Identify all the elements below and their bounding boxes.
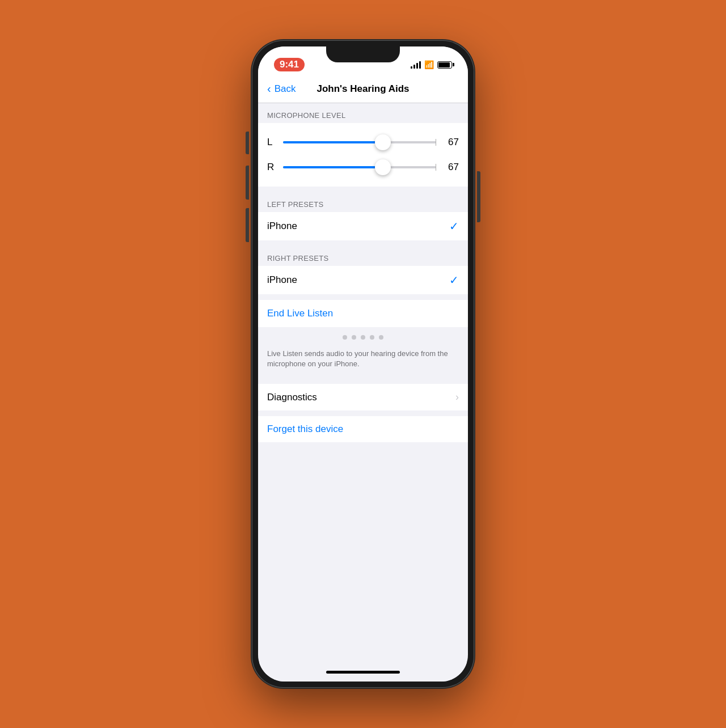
- diagnostics-label: Diagnostics: [267, 392, 317, 403]
- page-dots: [258, 327, 468, 348]
- right-slider-label: R: [267, 162, 276, 173]
- gap-5: [258, 410, 468, 416]
- right-preset-checkmark-icon: ✓: [449, 273, 459, 287]
- power-button[interactable]: [477, 171, 480, 222]
- left-slider-label: L: [267, 137, 276, 148]
- right-slider-container[interactable]: [283, 159, 436, 175]
- phone-frame: 9:41 📶 ‹ Back John's Hearin: [252, 41, 474, 687]
- gap-3: [258, 294, 468, 300]
- extra-bottom-padding: [258, 459, 468, 471]
- left-preset-iphone-row[interactable]: iPhone ✓: [258, 212, 468, 240]
- forget-device-button[interactable]: Forget this device: [267, 424, 343, 434]
- left-preset-label: iPhone: [267, 221, 297, 232]
- page-dot-4: [370, 335, 374, 340]
- right-slider-value: 67: [443, 162, 459, 173]
- microphone-level-header: MICROPHONE LEVEL: [258, 103, 468, 123]
- page-dot-5: [379, 335, 383, 340]
- page-dot-2: [352, 335, 356, 340]
- left-slider-fill: [283, 141, 383, 143]
- right-slider-tick: [436, 164, 436, 171]
- right-slider-fill: [283, 166, 383, 168]
- page-title: John's Hearing Aids: [316, 83, 409, 95]
- wifi-icon: 📶: [424, 60, 434, 69]
- notch: [326, 46, 400, 62]
- end-live-listen-row[interactable]: End Live Listen: [258, 300, 468, 327]
- forget-device-row[interactable]: Forget this device: [258, 416, 468, 442]
- scroll-content[interactable]: MICROPHONE LEVEL L 67 R: [258, 103, 468, 662]
- left-slider-row: L 67: [267, 130, 459, 155]
- left-slider-thumb[interactable]: [375, 134, 391, 150]
- battery-icon: [437, 61, 452, 69]
- signal-icon: [411, 61, 421, 69]
- microphone-sliders: L 67 R: [258, 123, 468, 187]
- phone-screen: 9:41 📶 ‹ Back John's Hearin: [258, 46, 468, 682]
- page-dot-3: [361, 335, 365, 340]
- status-time: 9:41: [274, 58, 305, 71]
- status-icons: 📶: [411, 60, 452, 69]
- left-slider-container[interactable]: [283, 134, 436, 150]
- left-slider-value: 67: [443, 137, 459, 148]
- gap-4: [258, 378, 468, 384]
- gap-1: [258, 187, 468, 192]
- volume-up-button[interactable]: [246, 166, 249, 200]
- back-chevron-icon: ‹: [267, 82, 271, 95]
- back-label: Back: [275, 83, 296, 95]
- bottom-padding: [258, 442, 468, 459]
- back-button[interactable]: ‹ Back: [267, 82, 296, 95]
- live-listen-description: Live Listen sends audio to your hearing …: [258, 348, 468, 378]
- gap-2: [258, 240, 468, 246]
- left-preset-checkmark-icon: ✓: [449, 219, 459, 233]
- home-indicator: [258, 662, 468, 682]
- left-presets-header: LEFT PRESETS: [258, 192, 468, 212]
- home-bar: [326, 671, 400, 674]
- right-slider-row: R 67: [267, 155, 459, 180]
- end-live-listen-button[interactable]: End Live Listen: [267, 308, 333, 319]
- right-preset-iphone-row[interactable]: iPhone ✓: [258, 266, 468, 294]
- diagnostics-chevron-icon: ›: [455, 391, 459, 403]
- right-presets-header: RIGHT PRESETS: [258, 246, 468, 266]
- left-slider-tick: [436, 139, 436, 146]
- right-preset-label: iPhone: [267, 274, 297, 286]
- volume-down-button[interactable]: [246, 208, 249, 242]
- page-dot-1: [343, 335, 347, 340]
- left-slider-track: [283, 141, 436, 143]
- navigation-bar: ‹ Back John's Hearing Aids: [258, 75, 468, 103]
- right-slider-thumb[interactable]: [375, 159, 391, 175]
- right-slider-track: [283, 166, 436, 168]
- diagnostics-row[interactable]: Diagnostics ›: [258, 384, 468, 410]
